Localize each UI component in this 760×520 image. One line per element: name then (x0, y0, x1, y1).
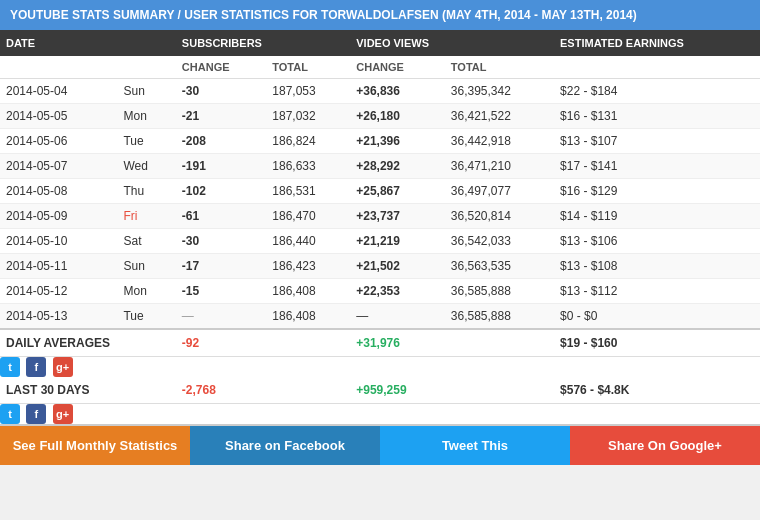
day-cell: Mon (117, 279, 175, 304)
sub-total-cell: 186,423 (266, 254, 350, 279)
vv-total-cell: 36,497,077 (445, 179, 554, 204)
table-row: 2014-05-04 Sun -30 187,053 +36,836 36,39… (0, 79, 760, 104)
averages-label: DAILY AVERAGES (0, 329, 176, 357)
vv-change-cell: +21,219 (350, 229, 445, 254)
day-cell: Fri (117, 204, 175, 229)
last30-vv-change: +959,259 (350, 377, 445, 404)
video-views-col-header: VIDEO VIEWS (350, 30, 554, 56)
vv-change-cell: +22,353 (350, 279, 445, 304)
earnings-cell: $0 - $0 (554, 304, 760, 330)
facebook-icon-2[interactable]: f (26, 404, 46, 424)
table-row: 2014-05-07 Wed -191 186,633 +28,292 36,4… (0, 154, 760, 179)
table-row: 2014-05-12 Mon -15 186,408 +22,353 36,58… (0, 279, 760, 304)
social-icons-cell-1: t f g+ (0, 357, 760, 378)
avg-vv-change: +31,976 (350, 329, 445, 357)
earnings-cell: $13 - $106 (554, 229, 760, 254)
sub-total-cell: 187,032 (266, 104, 350, 129)
sub-change-cell: -208 (176, 129, 266, 154)
last30-sub-total (266, 377, 350, 404)
sub-change-cell: -30 (176, 229, 266, 254)
header-title: YOUTUBE STATS SUMMARY / USER STATISTICS … (10, 8, 637, 22)
earnings-sub (554, 56, 760, 79)
monthly-stats-button[interactable]: See Full Monthly Statistics (0, 426, 190, 465)
date-cell: 2014-05-12 (0, 279, 117, 304)
table-row: 2014-05-11 Sun -17 186,423 +21,502 36,56… (0, 254, 760, 279)
facebook-icon-1[interactable]: f (26, 357, 46, 377)
vv-total-cell: 36,442,918 (445, 129, 554, 154)
sub-change-cell: -61 (176, 204, 266, 229)
day-cell: Mon (117, 104, 175, 129)
day-cell: Tue (117, 304, 175, 330)
sub-total-cell: 186,440 (266, 229, 350, 254)
avg-vv-total (445, 329, 554, 357)
tweet-button[interactable]: Tweet This (380, 426, 570, 465)
vv-change-cell: +23,737 (350, 204, 445, 229)
date-cell: 2014-05-07 (0, 154, 117, 179)
sub-total-cell: 186,470 (266, 204, 350, 229)
vv-total-header: TOTAL (445, 56, 554, 79)
table-row: 2014-05-08 Thu -102 186,531 +25,867 36,4… (0, 179, 760, 204)
vv-total-cell: 36,563,535 (445, 254, 554, 279)
day-cell: Tue (117, 129, 175, 154)
vv-change-cell: — (350, 304, 445, 330)
date-sub (0, 56, 176, 79)
last30-sub-change: -2,768 (176, 377, 266, 404)
sub-headers-row: CHANGE TOTAL CHANGE TOTAL (0, 56, 760, 79)
day-cell: Sun (117, 79, 175, 104)
facebook-share-button[interactable]: Share on Facebook (190, 426, 380, 465)
table-row: 2014-05-05 Mon -21 187,032 +26,180 36,42… (0, 104, 760, 129)
day-cell: Sat (117, 229, 175, 254)
gplus-icon-2[interactable]: g+ (53, 404, 73, 424)
date-cell: 2014-05-10 (0, 229, 117, 254)
page-header: YOUTUBE STATS SUMMARY / USER STATISTICS … (0, 0, 760, 30)
social-icons-row-1: t f g+ (0, 357, 760, 378)
date-cell: 2014-05-13 (0, 304, 117, 330)
last30-vv-total (445, 377, 554, 404)
date-cell: 2014-05-11 (0, 254, 117, 279)
day-cell: Wed (117, 154, 175, 179)
gplus-icon-1[interactable]: g+ (53, 357, 73, 377)
earnings-cell: $14 - $119 (554, 204, 760, 229)
last30-label: LAST 30 DAYS (0, 377, 176, 404)
vv-total-cell: 36,421,522 (445, 104, 554, 129)
table-body: 2014-05-04 Sun -30 187,053 +36,836 36,39… (0, 79, 760, 425)
vv-change-cell: +36,836 (350, 79, 445, 104)
twitter-icon-1[interactable]: t (0, 357, 20, 377)
sub-total-cell: 186,408 (266, 304, 350, 330)
avg-sub-change: -92 (176, 329, 266, 357)
earnings-cell: $13 - $108 (554, 254, 760, 279)
vv-change-cell: +25,867 (350, 179, 445, 204)
earnings-col-header: ESTIMATED EARNINGS (554, 30, 760, 56)
sub-total-cell: 186,633 (266, 154, 350, 179)
date-col-header: DATE (0, 30, 176, 56)
stats-table: DATE SUBSCRIBERS VIDEO VIEWS ESTIMATED E… (0, 30, 760, 424)
day-cell: Sun (117, 254, 175, 279)
earnings-cell: $13 - $107 (554, 129, 760, 154)
sub-change-header: CHANGE (176, 56, 266, 79)
avg-earnings: $19 - $160 (554, 329, 760, 357)
sub-change-cell: -102 (176, 179, 266, 204)
date-cell: 2014-05-08 (0, 179, 117, 204)
vv-change-header: CHANGE (350, 56, 445, 79)
table-row: 2014-05-10 Sat -30 186,440 +21,219 36,54… (0, 229, 760, 254)
twitter-icon-2[interactable]: t (0, 404, 20, 424)
earnings-cell: $22 - $184 (554, 79, 760, 104)
sub-change-cell: — (176, 304, 266, 330)
vv-total-cell: 36,520,814 (445, 204, 554, 229)
sub-total-cell: 186,531 (266, 179, 350, 204)
sub-total-cell: 187,053 (266, 79, 350, 104)
table-row: 2014-05-06 Tue -208 186,824 +21,396 36,4… (0, 129, 760, 154)
column-headers-row: DATE SUBSCRIBERS VIDEO VIEWS ESTIMATED E… (0, 30, 760, 56)
sub-change-cell: -191 (176, 154, 266, 179)
sub-total-cell: 186,408 (266, 279, 350, 304)
earnings-cell: $17 - $141 (554, 154, 760, 179)
sub-total-header: TOTAL (266, 56, 350, 79)
vv-total-cell: 36,585,888 (445, 279, 554, 304)
earnings-cell: $16 - $129 (554, 179, 760, 204)
day-cell: Thu (117, 179, 175, 204)
date-cell: 2014-05-04 (0, 79, 117, 104)
earnings-cell: $13 - $112 (554, 279, 760, 304)
gplus-share-button[interactable]: Share On Google+ (570, 426, 760, 465)
vv-total-cell: 36,542,033 (445, 229, 554, 254)
date-cell: 2014-05-09 (0, 204, 117, 229)
